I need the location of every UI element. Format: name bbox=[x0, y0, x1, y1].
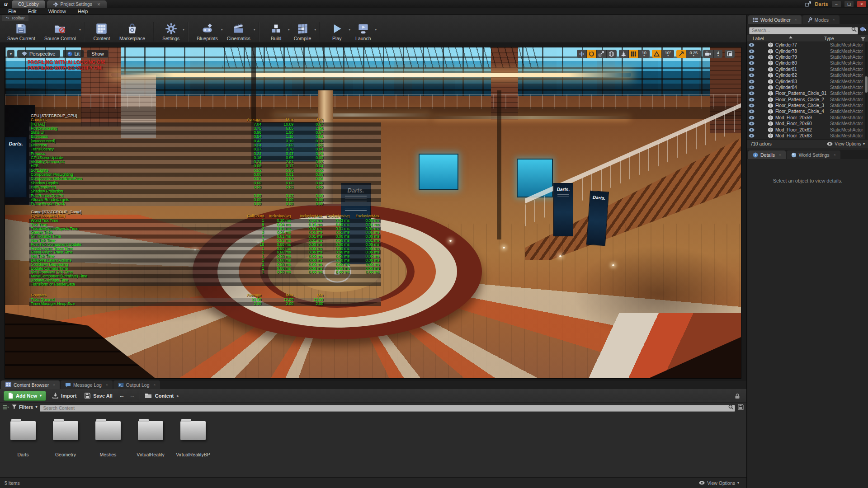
folder-icon[interactable] bbox=[10, 421, 36, 440]
settings-button[interactable]: ▾Settings bbox=[158, 21, 184, 42]
outliner-row[interactable]: Cylinder84StaticMeshActor bbox=[747, 84, 868, 90]
back-arrow-button[interactable]: ← bbox=[119, 392, 125, 399]
visibility-eye-icon[interactable] bbox=[749, 103, 755, 108]
visibility-eye-icon[interactable] bbox=[749, 55, 755, 59]
content-button[interactable]: Content bbox=[89, 21, 115, 42]
viewport-options-button[interactable]: ▾ bbox=[7, 50, 14, 58]
breadcrumb[interactable]: Content ▸ bbox=[145, 393, 179, 399]
minimize-button[interactable]: – bbox=[832, 1, 841, 7]
close-tab-icon[interactable]: ✕ bbox=[97, 2, 101, 7]
column-header-label[interactable]: Label bbox=[747, 36, 824, 41]
visibility-eye-icon[interactable] bbox=[749, 73, 755, 77]
actor-label[interactable]: Cylinder84 bbox=[775, 85, 830, 90]
chevron-down-icon[interactable]: ▾ bbox=[183, 28, 184, 32]
scrollbar-thumb[interactable] bbox=[865, 76, 868, 93]
filters-button[interactable]: Filters ▾ bbox=[12, 404, 38, 410]
actor-label[interactable]: Cylinder77 bbox=[775, 42, 830, 47]
actor-label[interactable]: Mod_Floor_20x60 bbox=[775, 121, 830, 126]
share-icon[interactable] bbox=[805, 1, 811, 7]
visibility-eye-icon[interactable] bbox=[749, 98, 755, 102]
angle-snap-value-button[interactable]: 10°▾ bbox=[662, 50, 675, 58]
visibility-eye-icon[interactable] bbox=[749, 134, 755, 138]
lock-icon[interactable] bbox=[735, 393, 740, 399]
build-button[interactable]: ▾Build bbox=[263, 21, 289, 42]
type-filter-icon[interactable] bbox=[861, 37, 865, 41]
folder-icon[interactable] bbox=[53, 421, 78, 440]
window-tab-project-settings[interactable]: Project Settings ✕ bbox=[47, 0, 107, 8]
tab-details[interactable]: i Details × bbox=[748, 150, 786, 159]
world-local-toggle-button[interactable] bbox=[607, 50, 617, 58]
scale-snap-button[interactable] bbox=[676, 50, 686, 58]
toolbar-chip[interactable]: Toolbar bbox=[2, 15, 28, 21]
outliner-row[interactable]: Floor_Patterns_Circle_4StaticMeshActor bbox=[747, 108, 868, 114]
visibility-eye-icon[interactable] bbox=[749, 91, 755, 95]
source-control-button[interactable]: ▾Source Control bbox=[40, 21, 80, 42]
outliner-row[interactable]: Floor_Patterns_Circle_3StaticMeshActor bbox=[747, 103, 868, 108]
sources-panel-icon[interactable] bbox=[3, 404, 9, 410]
outliner-row[interactable]: Mod_Floor_20x62StaticMeshActor bbox=[747, 127, 868, 132]
add-new-button[interactable]: Add New ▾ bbox=[4, 391, 46, 401]
outliner-row[interactable]: Cylinder78StaticMeshActor bbox=[747, 48, 868, 54]
visibility-eye-icon[interactable] bbox=[749, 116, 755, 120]
outliner-row[interactable]: Cylinder82StaticMeshActor bbox=[747, 72, 868, 78]
grid-snap-value-button[interactable]: 10▾ bbox=[639, 50, 650, 58]
tab-output-log[interactable]: Output Log × bbox=[113, 380, 160, 389]
visibility-eye-icon[interactable] bbox=[749, 49, 755, 53]
create-actor-icon[interactable] bbox=[860, 27, 866, 32]
marketplace-button[interactable]: Marketplace bbox=[115, 21, 150, 42]
actor-label[interactable]: Cylinder81 bbox=[775, 67, 830, 72]
save-all-button[interactable]: Save All bbox=[83, 393, 114, 399]
actor-label[interactable]: Floor_Patterns_Circle_4 bbox=[775, 109, 830, 114]
scale-snap-value-button[interactable]: 0.25▾ bbox=[686, 50, 701, 58]
visibility-eye-icon[interactable] bbox=[749, 85, 755, 89]
column-header-type[interactable]: Type bbox=[824, 36, 834, 41]
lit-mode-button[interactable]: Lit bbox=[63, 50, 85, 58]
visibility-eye-icon[interactable] bbox=[749, 67, 755, 71]
translate-tool-button[interactable] bbox=[577, 50, 587, 58]
folder-tile[interactable]: Meshes bbox=[91, 418, 125, 477]
play-button[interactable]: ▾Play bbox=[324, 21, 350, 42]
chevron-down-icon[interactable]: ▾ bbox=[375, 28, 377, 32]
compile-button[interactable]: ▾Compile bbox=[289, 21, 316, 42]
visibility-eye-icon[interactable] bbox=[749, 43, 755, 47]
save-current-button[interactable]: Save Current bbox=[3, 21, 40, 42]
menu-help[interactable]: Help bbox=[72, 9, 94, 14]
visibility-eye-icon[interactable] bbox=[749, 128, 755, 132]
outliner-row[interactable]: Mod_Floor_20x63StaticMeshActor bbox=[747, 133, 868, 139]
outliner-row[interactable]: Mod_Floor_20x59StaticMeshActor bbox=[747, 115, 868, 121]
perspective-button[interactable]: Perspective bbox=[17, 50, 60, 58]
outliner-row[interactable]: Cylinder81StaticMeshActor bbox=[747, 66, 868, 72]
angle-snap-button[interactable] bbox=[652, 50, 662, 58]
visibility-eye-icon[interactable] bbox=[749, 122, 755, 126]
scale-tool-button[interactable] bbox=[597, 50, 607, 58]
actor-label[interactable]: Cylinder80 bbox=[775, 61, 830, 66]
folder-icon[interactable] bbox=[138, 421, 163, 440]
launch-button[interactable]: ▾Launch bbox=[350, 21, 376, 42]
window-tab-level[interactable]: C0_Lobby bbox=[12, 0, 45, 8]
folder-icon[interactable] bbox=[95, 421, 121, 440]
outliner-row[interactable]: Cylinder80StaticMeshActor bbox=[747, 60, 868, 66]
content-view-options-button[interactable]: View Options ▾ bbox=[699, 480, 739, 486]
blueprints-button[interactable]: ▾Blueprints bbox=[192, 21, 222, 42]
tab-message-log[interactable]: Message Log × bbox=[61, 380, 113, 389]
chevron-down-icon[interactable]: ▾ bbox=[254, 28, 255, 32]
visibility-eye-icon[interactable] bbox=[749, 109, 755, 113]
folder-tile[interactable]: VirtualRealityBP bbox=[176, 418, 210, 477]
outliner-row[interactable]: Cylinder77StaticMeshActor bbox=[747, 42, 868, 48]
actor-label[interactable]: Floor_Patterns_Circle_01 bbox=[775, 91, 830, 96]
actor-label[interactable]: Mod_Floor_20x63 bbox=[775, 133, 830, 138]
tab-content-browser[interactable]: Content Browser × bbox=[1, 380, 60, 389]
rotate-tool-button[interactable] bbox=[587, 50, 597, 58]
save-search-icon[interactable] bbox=[738, 404, 744, 410]
viewport-3d[interactable]: u Darts. Darts. Darts. Darts. bbox=[5, 47, 741, 379]
actor-label[interactable]: Cylinder79 bbox=[775, 55, 830, 60]
actor-label[interactable]: Cylinder78 bbox=[775, 49, 830, 54]
chevron-down-icon[interactable]: ▾ bbox=[79, 28, 81, 32]
tab-modes[interactable]: Modes × bbox=[802, 15, 840, 24]
cinematics-button[interactable]: ▾Cinematics bbox=[222, 21, 255, 42]
outliner-row[interactable]: Floor_Patterns_Circle_2StaticMeshActor bbox=[747, 97, 868, 103]
visibility-eye-icon[interactable] bbox=[749, 80, 755, 84]
surface-snap-button[interactable] bbox=[619, 50, 629, 58]
camera-speed-button[interactable] bbox=[703, 50, 714, 58]
outliner-view-options-button[interactable]: View Options ▾ bbox=[827, 141, 865, 146]
